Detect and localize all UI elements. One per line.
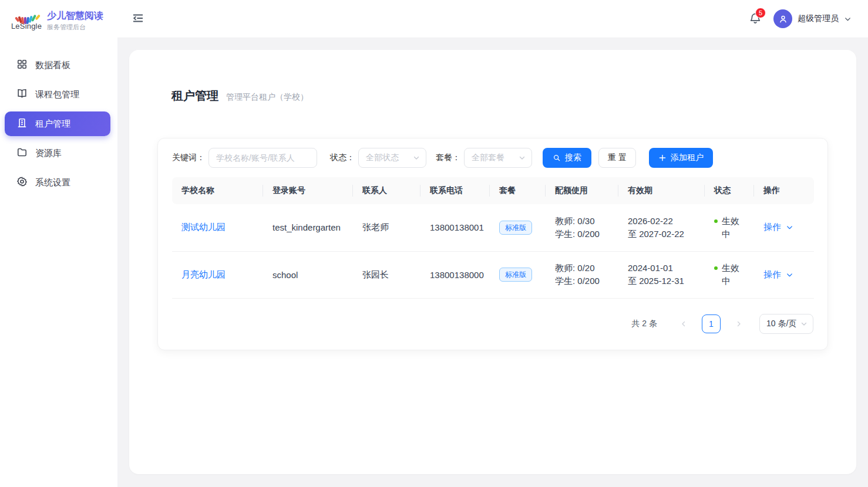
validity-cell: 2024-01-01 至 2025-12-31 — [618, 251, 705, 298]
brand-title: 少儿智慧阅读 — [47, 10, 103, 22]
plan-badge: 标准版 — [499, 221, 532, 235]
page-title: 租户管理 — [171, 88, 218, 104]
school-name-link[interactable]: 月亮幼儿园 — [181, 269, 226, 279]
add-tenant-button[interactable]: 添加租户 — [649, 148, 713, 168]
main-content-card: 租户管理 管理平台租户（学校） 关键词： 状态： 全部状态 套餐： 全部套餐 搜… — [129, 50, 856, 474]
chevron-down-icon — [519, 154, 526, 161]
status-label: 状态： — [330, 153, 355, 163]
search-button-label: 搜索 — [565, 153, 581, 163]
chevron-down-icon — [786, 224, 793, 231]
status-label: 生效中 — [722, 215, 741, 241]
column-header-actions: 操作 — [754, 177, 814, 204]
book-icon — [16, 88, 28, 101]
chevron-down-icon — [844, 15, 852, 23]
tenant-panel: 关键词： 状态： 全部状态 套餐： 全部套餐 搜索 重 置 — [157, 138, 828, 350]
school-name-link[interactable]: 测试幼儿园 — [181, 222, 226, 232]
gear-icon — [16, 176, 28, 189]
page-size-select[interactable]: 10 条/页 — [759, 314, 813, 334]
status-select-value: 全部状态 — [366, 153, 399, 163]
sidebar-item-tenant-management[interactable]: 租户管理 — [5, 111, 110, 136]
column-header-account: 登录账号 — [263, 177, 353, 204]
status-dot-icon — [714, 266, 718, 270]
action-label: 操作 — [763, 222, 781, 233]
valid-from: 2024-01-01 — [628, 262, 695, 275]
sidebar-item-course-packages[interactable]: 课程包管理 — [5, 82, 110, 107]
logo-bars-icon — [15, 11, 38, 21]
sidebar-item-label: 数据看板 — [35, 60, 70, 71]
column-header-plan: 套餐 — [490, 177, 546, 204]
add-tenant-button-label: 添加租户 — [671, 153, 704, 163]
plan-label: 套餐： — [436, 153, 460, 163]
reset-button[interactable]: 重 置 — [598, 148, 636, 168]
account-cell: test_kindergarten — [263, 204, 353, 251]
brand-subtitle: 服务管理后台 — [47, 23, 103, 32]
plan-select-value: 全部套餐 — [472, 153, 504, 163]
row-actions-dropdown[interactable]: 操作 — [763, 222, 793, 233]
user-menu[interactable]: 超级管理员 — [773, 9, 852, 28]
quota-teacher: 教师: 0/20 — [555, 262, 609, 275]
dashboard-icon — [16, 59, 28, 72]
table-row: 月亮幼儿园 school 张园长 13800138000 标准版 教师: 0/2… — [172, 251, 814, 298]
sidebar-item-label: 租户管理 — [35, 119, 70, 130]
action-label: 操作 — [763, 269, 781, 280]
keyword-input[interactable] — [208, 148, 317, 168]
chevron-down-icon — [800, 320, 808, 327]
sidebar-item-label: 课程包管理 — [35, 89, 79, 100]
username-label: 超级管理员 — [798, 13, 839, 24]
pagination-prev-button[interactable] — [676, 316, 691, 332]
status-badge: 生效中 — [714, 262, 745, 288]
sidebar: LeSingle 少儿智慧阅读 服务管理后台 数据看板 课程包 — [0, 0, 117, 487]
status-dot-icon — [714, 219, 718, 223]
quota-cell: 教师: 0/20 学生: 0/200 — [546, 251, 618, 298]
column-header-phone: 联系电话 — [420, 177, 490, 204]
valid-from: 2026-02-22 — [628, 215, 695, 228]
account-cell: school — [263, 251, 353, 298]
contact-cell: 张园长 — [353, 251, 420, 298]
plan-badge: 标准版 — [499, 268, 532, 282]
chevron-right-icon — [735, 320, 742, 327]
phone-cell: 13800138001 — [420, 204, 490, 251]
plus-icon — [658, 154, 667, 162]
notification-bell-icon[interactable]: 5 — [749, 12, 763, 26]
sidebar-item-system-settings[interactable]: 系统设置 — [5, 170, 110, 195]
contact-cell: 张老师 — [353, 204, 420, 251]
column-header-school-name: 学校名称 — [172, 177, 263, 204]
pagination: 共 2 条 1 10 条/页 — [172, 314, 813, 334]
building-icon — [16, 117, 28, 130]
valid-to: 至 2025-12-31 — [628, 275, 695, 288]
search-icon — [553, 154, 561, 162]
lesingle-logo-icon: LeSingle — [13, 11, 40, 31]
top-header: 5 超级管理员 — [117, 0, 868, 38]
validity-cell: 2026-02-22 至 2027-02-22 — [618, 204, 705, 251]
sidebar-item-label: 资源库 — [35, 148, 62, 159]
sidebar-item-dashboard[interactable]: 数据看板 — [5, 53, 110, 77]
sidebar-item-resource-library[interactable]: 资源库 — [5, 141, 110, 165]
brand-logo: LeSingle 少儿智慧阅读 服务管理后台 — [0, 0, 117, 41]
plan-select[interactable]: 全部套餐 — [464, 148, 532, 168]
pagination-page-1[interactable]: 1 — [702, 314, 721, 333]
column-header-contact: 联系人 — [353, 177, 420, 204]
quota-teacher: 教师: 0/30 — [555, 215, 609, 228]
notification-count-badge: 5 — [755, 8, 766, 18]
keyword-label: 关键词： — [172, 153, 205, 163]
status-label: 生效中 — [722, 262, 741, 288]
sidebar-menu: 数据看板 课程包管理 租户管理 — [0, 41, 117, 195]
chevron-down-icon — [786, 271, 793, 279]
chevron-down-icon — [413, 154, 420, 161]
phone-cell: 13800138000 — [420, 251, 490, 298]
page-subtitle: 管理平台租户（学校） — [226, 92, 308, 103]
quota-student: 学生: 0/200 — [555, 228, 609, 241]
row-actions-dropdown[interactable]: 操作 — [763, 269, 793, 280]
table-row: 测试幼儿园 test_kindergarten 张老师 13800138001 … — [172, 204, 814, 251]
sidebar-item-label: 系统设置 — [35, 177, 70, 188]
table-header: 学校名称 登录账号 联系人 联系电话 套餐 配额使用 有效期 状态 操作 — [172, 177, 814, 204]
valid-to: 至 2027-02-22 — [628, 228, 695, 241]
folder-icon — [16, 147, 28, 160]
page-size-value: 10 条/页 — [766, 319, 796, 329]
menu-fold-icon[interactable] — [132, 12, 146, 26]
quota-student: 学生: 0/200 — [555, 275, 609, 288]
pagination-next-button[interactable] — [731, 316, 746, 332]
status-select[interactable]: 全部状态 — [358, 148, 426, 168]
page-header: 租户管理 管理平台租户（学校） — [129, 50, 856, 104]
search-button[interactable]: 搜索 — [543, 148, 591, 168]
